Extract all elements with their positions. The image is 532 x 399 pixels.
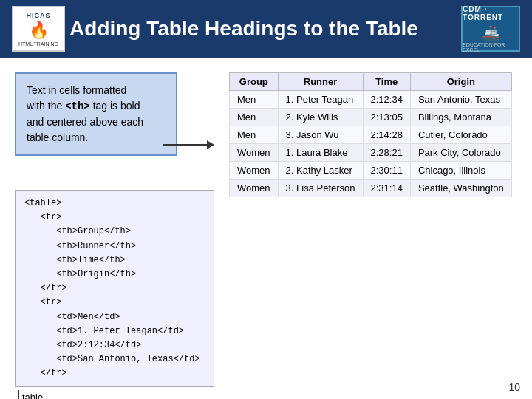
col-runner: Runner xyxy=(278,73,363,91)
table-cell-5-2: 2:31:14 xyxy=(363,180,410,197)
table-row: Women1. Laura Blake2:28:21Park City, Col… xyxy=(230,144,512,162)
data-table: Group Runner Time Origin Men1. Peter Tea… xyxy=(229,72,512,197)
col-time: Time xyxy=(363,73,410,91)
content-area: Text in cells formatted with the <th> ta… xyxy=(0,58,532,399)
table-cell-4-3: Chicago, Illinois xyxy=(410,162,511,180)
table-cell-1-3: Billings, Montana xyxy=(410,109,511,126)
code-line-6: <th>Origin</th> xyxy=(24,267,205,282)
table-cell-5-0: Women xyxy=(230,180,279,197)
table-cell-3-2: 2:28:21 xyxy=(363,144,410,162)
code-line-9: <td>Men</td> xyxy=(24,310,205,324)
table-row: Women3. Lisa Peterson2:31:14Seattle, Was… xyxy=(230,180,512,197)
col-origin: Origin xyxy=(410,73,511,91)
table-cell-5-1: 3. Lisa Peterson xyxy=(278,180,363,197)
code-line-13: </tr> xyxy=(24,366,205,381)
table-row: Women2. Kathy Lasker2:30:11Chicago, Illi… xyxy=(230,162,512,180)
table-cell-2-1: 3. Jason Wu xyxy=(278,126,363,144)
table-headings-label: tableheadings xyxy=(22,392,61,399)
table-cell-0-0: Men xyxy=(230,91,279,109)
info-box: Text in cells formatted with the <th> ta… xyxy=(15,72,177,156)
table-cell-4-1: 2. Kathy Lasker xyxy=(278,162,363,180)
table-cell-0-1: 1. Peter Teagan xyxy=(278,91,363,109)
table-row: Men3. Jason Wu2:14:28Cutler, Colorado xyxy=(230,126,512,144)
code-line-1: <table> xyxy=(24,197,205,211)
code-line-7: </tr> xyxy=(24,282,205,296)
page-title: Adding Table Headings to the Table xyxy=(27,17,461,41)
code-line-2: <tr> xyxy=(24,211,205,225)
table-cell-1-0: Men xyxy=(230,109,279,126)
code-line-10: <td>1. Peter Teagan</td> xyxy=(24,324,205,338)
code-line-12: <td>San Antonio, Texas</td> xyxy=(24,352,205,366)
table-cell-2-0: Men xyxy=(230,126,279,144)
arrow-head xyxy=(207,140,214,149)
info-line2: with the xyxy=(27,100,65,112)
arrow xyxy=(163,140,214,149)
table-cell-2-2: 2:14:28 xyxy=(363,126,410,144)
info-line5: table column. xyxy=(27,132,88,143)
table-cell-5-3: Seattle, Washington xyxy=(410,180,511,197)
table-cell-1-2: 2:13:05 xyxy=(363,109,410,126)
table-cell-0-2: 2:12:34 xyxy=(363,91,410,109)
logo-right-top: CDM · TORRENT xyxy=(463,5,519,21)
code-line-4: <th>Runner</th> xyxy=(24,239,205,253)
table-header-row: Group Runner Time Origin xyxy=(230,73,512,91)
table-cell-2-3: Cutler, Colorado xyxy=(410,126,511,144)
table-cell-3-0: Women xyxy=(230,144,279,162)
code-line-11: <td>2:12:34</td> xyxy=(24,338,205,352)
table-cell-4-2: 2:30:11 xyxy=(363,162,410,180)
table-row: Men2. Kyle Wills2:13:05Billings, Montana xyxy=(230,109,512,126)
logo-right-bottom: EDUCATION FOR EXCEL xyxy=(463,42,519,52)
arrow-line xyxy=(163,144,207,146)
slide-number: 10 xyxy=(508,381,520,393)
table-cell-1-1: 2. Kyle Wills xyxy=(278,109,363,126)
table-cell-3-1: 1. Laura Blake xyxy=(278,144,363,162)
code-line-8: <tr> xyxy=(24,296,205,310)
col-group: Group xyxy=(230,73,279,91)
left-panel: Text in cells formatted with the <th> ta… xyxy=(15,72,229,384)
table-cell-3-3: Park City, Colorado xyxy=(410,144,511,162)
info-tag: <th> xyxy=(65,100,90,112)
table-cell-4-0: Women xyxy=(230,162,279,180)
code-line-3: <th>Group</th> xyxy=(24,225,205,239)
code-block: <table> <tr> <th>Group</th> <th>Runner</… xyxy=(15,190,214,387)
table-row: Men1. Peter Teagan2:12:34San Antonio, Te… xyxy=(230,91,512,109)
info-line3: tag is bold xyxy=(90,100,140,112)
header: HICAS 🔥 HTML TRAINING Adding Table Headi… xyxy=(0,0,532,58)
info-line4: and centered above each xyxy=(27,116,143,128)
info-line1: Text in cells formatted xyxy=(27,84,126,96)
logo-left-sub: HTML TRAINING xyxy=(18,41,58,47)
logo-right: CDM · TORRENT 🚢 EDUCATION FOR EXCEL xyxy=(461,6,520,52)
code-line-5: <th>Time</th> xyxy=(24,253,205,267)
right-panel: Group Runner Time Origin Men1. Peter Tea… xyxy=(229,72,512,384)
table-cell-0-3: San Antonio, Texas xyxy=(410,91,511,109)
bracket-icon xyxy=(18,390,19,399)
